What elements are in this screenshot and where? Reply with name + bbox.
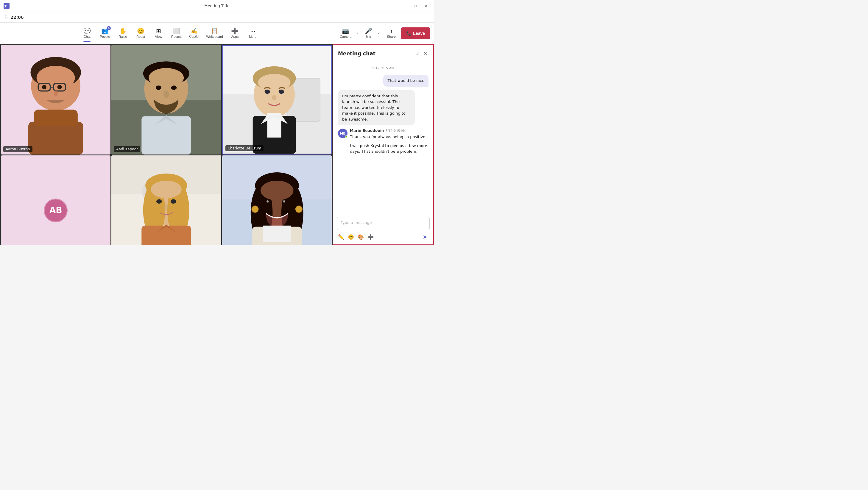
copilot-icon: ✍ (191, 28, 197, 34)
whiteboard-button[interactable]: 📋 Whiteboard (204, 24, 225, 42)
shield-icon: 🛡 (5, 15, 9, 19)
person-charlotte-svg (223, 46, 331, 154)
camera-chevron-icon: ▼ (356, 32, 359, 35)
phone-icon: 📞 (406, 31, 411, 36)
meeting-title: Meeting Title (204, 4, 229, 8)
raise-icon: ✋ (119, 28, 127, 34)
participant-4-display: AB (1, 155, 111, 245)
mic-control: 🎤 Mic ▼ (361, 24, 382, 42)
people-button[interactable]: 9 👥 People (96, 24, 113, 42)
chat-format-tools: ✏️ 😊 🎨 ➕ (337, 233, 375, 241)
apps-button[interactable]: ➕ Apps (226, 24, 243, 42)
view-label: View (155, 35, 162, 38)
video-tile-3: Charlotte De Crum (222, 45, 332, 155)
more-icon: ··· (250, 28, 255, 34)
message-2-text: I'm pretty confident that this launch wi… (342, 94, 406, 122)
camera-button[interactable]: 📷 Camera (337, 24, 354, 42)
toolbar-av-controls: 📷 Camera ▼ 🎤 Mic ▼ ↑ Share 📞 Leave (337, 24, 430, 42)
video-tile-4: AB Aaron Buxton (1, 155, 111, 245)
svg-point-29 (265, 90, 270, 94)
svg-rect-22 (142, 116, 191, 155)
maximize-button[interactable]: □ (411, 2, 420, 10)
format-button[interactable]: ✏️ (337, 233, 345, 241)
minimize-button[interactable]: ─ (401, 2, 409, 10)
chat-button[interactable]: 💬 Chat (79, 24, 95, 42)
participant-3-display (223, 46, 331, 154)
participant-5-display (112, 155, 221, 245)
participant-4-avatar: AB (44, 199, 68, 222)
svg-rect-13 (34, 109, 78, 126)
message-input-placeholder: Type a message (341, 220, 372, 225)
svg-point-54 (282, 200, 288, 205)
svg-point-21 (163, 91, 169, 98)
svg-point-52 (260, 181, 293, 200)
mic-button[interactable]: 🎤 Mic (361, 24, 375, 42)
message-3-sender: Marie Beaudouin (350, 129, 384, 133)
chat-date-divider: 5/12 9:15 AM (338, 66, 429, 70)
message-3-text-1: Thank you for always being so positive (350, 134, 429, 140)
emoji-button[interactable]: 😊 (347, 233, 355, 241)
person-daniela-svg (112, 155, 221, 245)
whiteboard-label: Whiteboard (206, 35, 223, 38)
online-status-dot (345, 135, 347, 138)
share-label: Share (387, 35, 396, 38)
camera-label: Camera (340, 35, 351, 38)
pop-out-button[interactable]: ⤢ (415, 50, 421, 58)
people-badge: 9 (106, 26, 111, 30)
react-icon: 😊 (137, 28, 145, 34)
camera-dropdown-button[interactable]: ▼ (354, 24, 360, 42)
mic-icon: 🎤 (365, 28, 372, 34)
person-aadi-svg (112, 45, 221, 155)
sticker-button[interactable]: 🎨 (356, 233, 365, 241)
chat-messages-list: 5/12 9:15 AM That would be nice I'm pret… (333, 61, 433, 214)
chat-input-area: Type a message ✏️ 😊 🎨 ➕ ➤ (333, 214, 433, 244)
apps-label: Apps (231, 35, 239, 38)
svg-point-28 (258, 74, 290, 91)
message-input[interactable]: Type a message (337, 217, 430, 230)
chat-header-actions: ⤢ ✕ (415, 50, 429, 58)
leave-button[interactable]: 📞 Leave (401, 27, 430, 39)
rooms-label: Rooms (171, 35, 182, 38)
main-content: Aaron Buxton (0, 44, 434, 245)
whiteboard-icon: 📋 (211, 28, 218, 34)
rooms-button[interactable]: ⬜ Rooms (168, 24, 185, 42)
camera-icon: 📷 (342, 28, 349, 34)
message-1: That would be nice (383, 75, 429, 87)
more-button[interactable]: ··· More (245, 24, 261, 42)
close-chat-button[interactable]: ✕ (422, 50, 429, 58)
svg-point-30 (278, 90, 284, 94)
close-button[interactable]: ✕ (422, 2, 430, 10)
svg-point-42 (156, 199, 162, 204)
video-tile-5: Daniela Mandera (112, 155, 221, 245)
toolbar-main-tools: 💬 Chat 9 👥 People ✋ Raise 😊 React ⊞ View… (4, 24, 336, 42)
svg-point-57 (252, 206, 258, 213)
mic-dropdown-button[interactable]: ▼ (376, 24, 382, 42)
message-3-container: MB Marie Beaudouin 5/12 9:15 AM Thank yo… (338, 129, 429, 155)
attach-button[interactable]: ➕ (366, 233, 375, 241)
svg-text:T: T (4, 4, 7, 8)
toolbar: 💬 Chat 9 👥 People ✋ Raise 😊 React ⊞ View… (0, 23, 434, 44)
more-options-button[interactable]: ··· (390, 2, 398, 10)
copilot-button[interactable]: ✍ Copilot (186, 24, 203, 42)
video-tile-6: Danielle Booker (222, 155, 332, 245)
svg-rect-12 (28, 122, 83, 155)
status-bar: 🛡 22:06 (0, 12, 434, 23)
send-button[interactable]: ➤ (421, 232, 430, 241)
svg-point-53 (265, 200, 272, 205)
person-danielle-svg (222, 155, 332, 245)
view-button[interactable]: ⊞ View (150, 24, 167, 42)
svg-point-10 (58, 85, 62, 89)
raise-button[interactable]: ✋ Raise (114, 24, 131, 42)
svg-point-11 (54, 90, 58, 96)
message-3-content: Marie Beaudouin 5/12 9:15 AM Thank you f… (350, 129, 429, 155)
message-3-text-2: I will push Krystal to give us a few mor… (350, 143, 429, 155)
svg-point-43 (170, 199, 176, 204)
share-icon: ↑ (390, 28, 393, 34)
message-3-time: 5/12 9:15 AM (385, 129, 406, 132)
share-button[interactable]: ↑ Share (383, 24, 400, 42)
teams-logo-icon: T (4, 3, 9, 9)
svg-point-44 (164, 204, 168, 209)
view-icon: ⊞ (156, 28, 161, 34)
react-button[interactable]: 😊 React (132, 24, 149, 42)
participant-1-name: Aaron Buxton (3, 146, 32, 152)
